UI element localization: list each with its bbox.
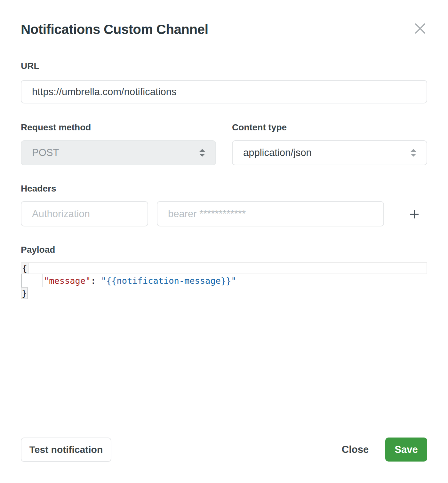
text-cursor	[43, 274, 43, 287]
request-method-label: Request method	[21, 122, 91, 133]
notifications-custom-channel-dialog: Notifications Custom Channel URL Request…	[0, 0, 448, 483]
payload-label: Payload	[21, 245, 55, 255]
select-arrows-icon	[410, 148, 417, 158]
url-input[interactable]	[21, 80, 427, 103]
url-label: URL	[21, 61, 39, 71]
code-line-1: {	[21, 262, 427, 274]
json-value: "{{notification-message}}"	[101, 276, 236, 286]
json-separator: :	[91, 276, 101, 286]
add-header-button[interactable]	[405, 205, 424, 224]
header-name-input[interactable]	[21, 201, 148, 226]
code-line-3: }	[21, 287, 427, 299]
close-brace: }	[21, 287, 28, 299]
content-type-select[interactable]: application/json	[232, 140, 427, 165]
close-button[interactable]	[413, 21, 428, 36]
close-icon	[414, 22, 426, 35]
close-dialog-button[interactable]: Close	[333, 438, 378, 462]
header-value-input[interactable]	[157, 201, 384, 226]
code-text: "message": "{{notification-message}}"	[21, 276, 236, 286]
test-notification-button[interactable]: Test notification	[21, 438, 111, 462]
json-key: "message"	[44, 276, 91, 286]
plus-icon	[410, 209, 419, 219]
code-line-2: "message": "{{notification-message}}"	[21, 274, 427, 287]
open-brace: {	[21, 263, 28, 274]
select-arrows-icon	[199, 148, 206, 158]
content-type-label: Content type	[232, 122, 287, 133]
payload-code-editor[interactable]: { "message": "{{notification-message}}" …	[21, 262, 427, 299]
request-method-select[interactable]: POST	[21, 140, 216, 165]
indent-guide	[21, 274, 22, 287]
save-button[interactable]: Save	[385, 438, 427, 462]
content-type-value: application/json	[243, 147, 410, 159]
dialog-title: Notifications Custom Channel	[21, 22, 208, 37]
request-method-value: POST	[32, 147, 199, 159]
headers-label: Headers	[21, 184, 56, 194]
